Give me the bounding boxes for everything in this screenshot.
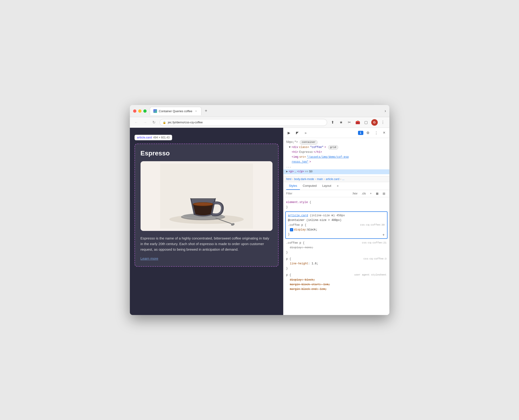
cls-filter-button[interactable]: .cls bbox=[360, 191, 367, 195]
more-tools-button[interactable]: » bbox=[302, 129, 309, 137]
rule4-source: css-cq-coffee:3 bbox=[363, 257, 386, 261]
chevron-right-icon: › bbox=[385, 108, 386, 113]
toggle-sidebar-button[interactable]: ▦ bbox=[375, 191, 380, 195]
traffic-lights bbox=[133, 109, 147, 113]
avatar[interactable]: G bbox=[371, 119, 378, 126]
url-text: jec.fyi/demo/css-cq-coffee bbox=[168, 120, 203, 124]
breadcrumb-bar: html › body.dark-mode › main › article.c… bbox=[283, 176, 389, 182]
tab-styles[interactable]: Styles bbox=[286, 182, 300, 190]
device-toolbar-button[interactable]: ◤ bbox=[294, 129, 301, 137]
forward-button[interactable]: → bbox=[142, 119, 149, 126]
copy-styles-button[interactable]: ▤ bbox=[381, 191, 387, 195]
tab-title: Container Queries coffee bbox=[159, 109, 192, 113]
style-rule-p: p { css-cq-coffee:3 line-height: 1.6; } bbox=[283, 256, 389, 272]
style-rule-user-agent: p { user agent stylesheet display: block… bbox=[283, 272, 389, 293]
hov-filter-button[interactable]: :hov bbox=[351, 191, 359, 195]
cut-icon[interactable]: ✂ bbox=[346, 119, 353, 126]
tab-computed[interactable]: Computed bbox=[300, 182, 319, 190]
dom-line-1: 50px;"> container bbox=[283, 140, 389, 145]
webpage-panel: article.card 494 × 601.43 Espresso bbox=[130, 128, 283, 315]
coffee-cup-illustration bbox=[160, 164, 253, 229]
breadcrumb-html[interactable]: html bbox=[286, 178, 292, 181]
article-card-selector[interactable]: article.card bbox=[288, 214, 308, 217]
bookmark-icon[interactable]: ★ bbox=[338, 119, 344, 126]
active-tab[interactable]: Container Queries coffee × bbox=[150, 107, 201, 115]
tab-close-button[interactable]: × bbox=[194, 109, 198, 113]
back-button[interactable]: ← bbox=[133, 119, 140, 126]
dom-line-2: ▼ <div class= "coffee" > grid bbox=[283, 145, 389, 150]
rule5-source: user agent stylesheet bbox=[354, 273, 387, 277]
container-badge[interactable]: container bbox=[300, 140, 318, 145]
display-val: block; bbox=[307, 227, 317, 232]
tab-more-styles[interactable]: » bbox=[334, 182, 341, 190]
ua-margin-end-prop: margin-block-end: 1em; bbox=[290, 288, 327, 291]
breadcrumb-body[interactable]: body.dark-mode bbox=[294, 178, 314, 181]
display-checkbox[interactable] bbox=[290, 228, 293, 231]
tab-layout[interactable]: Layout bbox=[319, 182, 334, 190]
menu-icon[interactable]: ⋮ bbox=[380, 119, 386, 126]
rule3-source: css-cq-coffee:21 bbox=[362, 241, 387, 245]
reload-button[interactable]: ↻ bbox=[151, 119, 157, 126]
style-rule-element: element.style { } bbox=[283, 199, 389, 210]
inspect-element-button[interactable]: ▶ bbox=[285, 129, 293, 137]
style-rule-highlighted: article.card (inline-size ⊞) 450px @cont… bbox=[285, 211, 388, 239]
breadcrumb-main[interactable]: main bbox=[317, 178, 323, 181]
learn-more-link[interactable]: Learn more bbox=[141, 256, 158, 260]
display-prop: display bbox=[294, 227, 306, 232]
dom-dots-1: ... bbox=[283, 165, 389, 169]
breadcrumb-more[interactable]: ... bbox=[342, 178, 345, 181]
card-title: Espresso bbox=[141, 150, 272, 157]
grid-badge[interactable]: grid bbox=[328, 145, 338, 150]
display-none-prop: display: none; bbox=[290, 246, 313, 249]
title-bar: Container Queries coffee × + › bbox=[130, 105, 389, 117]
dom-line-4b: resso.jpg" > bbox=[283, 160, 389, 165]
styles-filter: :hov .cls + ▦ ▤ bbox=[283, 190, 389, 197]
main-area: article.card 494 × 601.43 Espresso bbox=[130, 128, 389, 315]
filter-buttons: :hov .cls + ▦ ▤ bbox=[351, 191, 387, 195]
toolbar-icons: ⬆ ★ ✂ 🧰 ▢ G ⋮ bbox=[330, 119, 386, 126]
url-bar[interactable]: 🔒 jec.fyi/demo/css-cq-coffee bbox=[160, 119, 327, 126]
devtools-more-button[interactable]: ⋮ bbox=[373, 129, 380, 137]
new-tab-button[interactable]: + bbox=[203, 108, 209, 114]
devtools-panel: ▶ ◤ » 1 ⚙ ⋮ × 50px;"> container ▼ bbox=[283, 128, 389, 315]
tab-bar: Container Queries coffee × + bbox=[150, 107, 385, 115]
dom-line-selected[interactable]: ► <p> … </p> == $0 bbox=[283, 169, 389, 174]
add-rule-button[interactable]: + bbox=[382, 232, 385, 238]
dom-tree: 50px;"> container ▼ <div class= "coffee"… bbox=[283, 138, 389, 176]
extensions-icon[interactable]: 🧰 bbox=[354, 119, 361, 126]
share-icon[interactable]: ⬆ bbox=[330, 119, 336, 126]
element-style-selector: element.style bbox=[286, 201, 310, 204]
minimize-window-button[interactable] bbox=[138, 109, 142, 113]
svg-point-9 bbox=[194, 203, 212, 206]
rule2-source: css-cq-coffee:30 bbox=[360, 223, 385, 227]
tooltip-class: article.card bbox=[137, 136, 152, 139]
devtools-close-button[interactable]: × bbox=[381, 130, 388, 136]
settings-button[interactable]: ⚙ bbox=[364, 129, 372, 137]
element-tooltip: article.card 494 × 601.43 bbox=[135, 135, 172, 140]
maximize-window-button[interactable] bbox=[143, 109, 147, 113]
tab-favicon-icon bbox=[153, 109, 157, 113]
lock-icon: 🔒 bbox=[163, 121, 166, 124]
sidebar-icon[interactable]: ▢ bbox=[363, 119, 369, 126]
console-badge[interactable]: 1 bbox=[358, 131, 363, 135]
ua-margin-start-prop: margin-block-start: 1em; bbox=[290, 283, 330, 286]
address-bar: ← → ↻ 🔒 jec.fyi/demo/css-cq-coffee ⬆ ★ ✂… bbox=[130, 117, 389, 128]
tooltip-dims: 494 × 601.43 bbox=[153, 136, 170, 139]
style-rule-coffee-p: .coffee p { css-cq-coffee:21 display: no… bbox=[283, 240, 389, 256]
ua-display-prop: display: block; bbox=[290, 278, 315, 282]
breadcrumb-article[interactable]: article.card bbox=[326, 178, 339, 181]
devtools-toolbar: ▶ ◤ » 1 ⚙ ⋮ × bbox=[283, 128, 389, 138]
filter-input[interactable] bbox=[286, 192, 349, 195]
styles-content: element.style { } article.card (inline-s… bbox=[283, 197, 389, 315]
dom-line-3: <h1> Espresso </h1> bbox=[283, 150, 389, 155]
browser-window: Container Queries coffee × + › ← → ↻ 🔒 j… bbox=[130, 105, 389, 315]
close-window-button[interactable] bbox=[133, 109, 136, 113]
dom-line-4: <img src= "/assets/img/demo/cof-esp bbox=[283, 155, 389, 160]
add-style-button[interactable]: + bbox=[369, 191, 373, 195]
styles-tabs: Styles Computed Layout » bbox=[283, 182, 389, 190]
card-image bbox=[141, 161, 272, 231]
card-container: Espresso bbox=[135, 143, 278, 267]
card-description: Espresso is the name of a highly concent… bbox=[141, 236, 272, 252]
